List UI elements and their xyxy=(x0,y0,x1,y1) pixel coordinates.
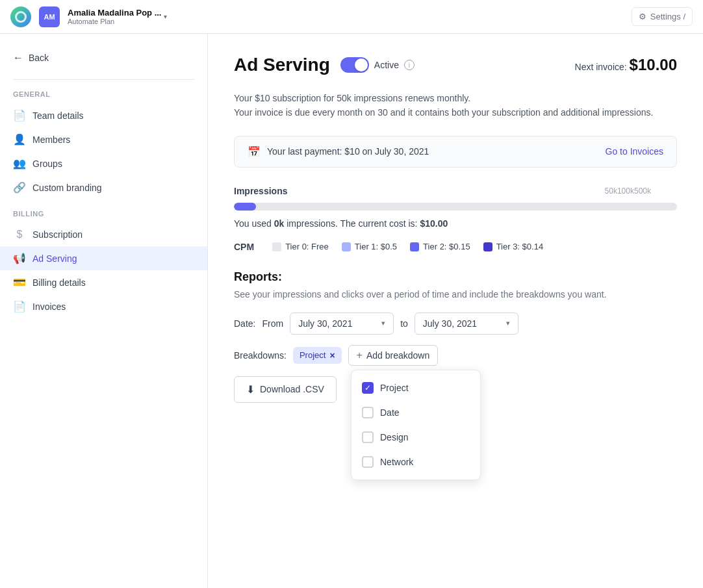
group-icon: 👥 xyxy=(13,157,26,170)
info-icon[interactable]: i xyxy=(404,60,415,70)
user-dropdown[interactable]: Amalia Madalina Pop ... Automate Plan ▾ xyxy=(68,8,167,25)
checkbox-design[interactable] xyxy=(362,431,374,443)
checkbox-date[interactable] xyxy=(362,407,374,418)
stats-cost: $10.00 xyxy=(420,218,448,229)
app-logo xyxy=(10,6,31,27)
impressions-slider-track[interactable] xyxy=(234,203,677,211)
project-tag-label: Project xyxy=(300,350,326,360)
sidebar-divider xyxy=(13,79,194,80)
sidebar-label-subscription: Subscription xyxy=(32,229,83,240)
general-section-label: GENERAL xyxy=(0,90,207,103)
tier-1: Tier 1: $0.5 xyxy=(342,242,397,251)
download-icon: ⬇ xyxy=(246,383,255,396)
dropdown-label-date: Date xyxy=(380,407,400,418)
add-breakdown-button[interactable]: + Add breakdown xyxy=(348,345,439,366)
back-label: Back xyxy=(29,53,49,63)
sidebar-item-invoices[interactable]: 📄 Invoices xyxy=(0,294,207,318)
sidebar-item-members[interactable]: 👤 Members xyxy=(0,127,207,151)
person-icon: 👤 xyxy=(13,133,26,146)
impressions-ticks: 50k 100k 500k xyxy=(579,186,677,196)
back-arrow-icon: ← xyxy=(13,52,23,64)
dropdown-label-project: Project xyxy=(380,383,409,393)
tick-50k: 50k xyxy=(605,186,617,196)
tick-100k: 100k xyxy=(617,186,634,196)
reports-title: Reports: xyxy=(234,270,677,284)
dropdown-item-network[interactable]: Network xyxy=(352,450,480,474)
sidebar-item-team-details[interactable]: 📄 Team details xyxy=(0,103,207,127)
active-toggle[interactable] xyxy=(340,57,369,73)
sidebar-label-invoices: Invoices xyxy=(32,301,66,312)
sidebar-item-subscription[interactable]: $ Subscription xyxy=(0,223,207,246)
checkbox-network[interactable] xyxy=(362,456,374,468)
tier-0: Tier 0: Free xyxy=(272,242,329,251)
dollar-icon: $ xyxy=(13,229,26,240)
user-avatar: AM xyxy=(39,6,60,27)
plus-icon: + xyxy=(357,350,363,361)
tier-1-dot xyxy=(342,242,351,251)
settings-button[interactable]: ⚙ Settings / xyxy=(632,7,693,26)
dropdown-item-design[interactable]: Design xyxy=(352,425,480,450)
add-breakdown-label: Add breakdown xyxy=(366,350,429,361)
creditcard-icon: 💳 xyxy=(13,276,26,288)
tier-2-label: Tier 2: $0.15 xyxy=(423,242,470,251)
layout: ← Back GENERAL 📄 Team details 👤 Members … xyxy=(0,34,703,588)
topbar-right: ⚙ Settings / xyxy=(632,7,693,26)
description-line2: Your invoice is due every month on 30 an… xyxy=(234,105,677,120)
reports-description: See your impressions and clicks over a p… xyxy=(234,289,677,300)
link-icon: 🔗 xyxy=(13,181,26,194)
sidebar-item-ad-serving[interactable]: 📢 Ad Serving xyxy=(0,246,207,270)
description-line1: Your $10 subscription for 50k impression… xyxy=(234,91,677,105)
dropdown-label-network: Network xyxy=(380,457,413,467)
date-row: Date: From July 30, 2021 ▾ to July 30, 2… xyxy=(234,313,677,335)
tier-2: Tier 2: $0.15 xyxy=(410,242,470,251)
payment-text: Your last payment: $10 on July 30, 2021 xyxy=(267,146,429,157)
sidebar-label-team-details: Team details xyxy=(32,110,84,121)
impressions-stats: You used 0k impressions. The current cos… xyxy=(234,218,677,229)
dropdown-item-date[interactable]: Date xyxy=(352,400,480,425)
breakdown-dropdown: ✓ Project Date Design Network xyxy=(351,370,481,480)
settings-label: Settings / xyxy=(650,12,685,21)
active-label: Active xyxy=(374,60,399,70)
billing-section: BILLING $ Subscription 📢 Ad Serving 💳 Bi… xyxy=(0,210,207,318)
date-from-select[interactable]: July 30, 2021 ▾ xyxy=(290,313,394,335)
billing-section-label: BILLING xyxy=(0,210,207,223)
project-breakdown-tag: Project × xyxy=(293,347,342,364)
sidebar-label-ad-serving: Ad Serving xyxy=(32,253,77,264)
checkbox-project[interactable]: ✓ xyxy=(362,382,374,394)
stats-prefix: You used xyxy=(234,218,274,229)
tier-0-label: Tier 0: Free xyxy=(285,242,329,251)
from-label: From xyxy=(262,318,283,329)
dropdown-item-project[interactable]: ✓ Project xyxy=(352,376,480,400)
tier-3-dot xyxy=(483,242,492,251)
date-to-select[interactable]: July 30, 2021 ▾ xyxy=(415,313,518,335)
calendar-icon: 📅 xyxy=(248,146,261,158)
back-button[interactable]: ← Back xyxy=(0,47,207,69)
next-invoice-group: Next invoice: $10.00 xyxy=(575,56,677,74)
topbar: AM Amalia Madalina Pop ... Automate Plan… xyxy=(0,0,703,34)
download-csv-button[interactable]: ⬇ Download .CSV xyxy=(234,376,337,403)
user-plan: Automate Plan xyxy=(68,18,161,25)
main-content: Ad Serving Active i Next invoice: $10.00… xyxy=(208,34,703,588)
date-to-chevron: ▾ xyxy=(506,319,510,327)
date-from-chevron: ▾ xyxy=(381,319,385,327)
invoice-icon: 📄 xyxy=(13,300,26,313)
sidebar-item-groups[interactable]: 👥 Groups xyxy=(0,151,207,175)
tier-2-dot xyxy=(410,242,419,251)
checkmark-icon: ✓ xyxy=(364,383,371,392)
remove-project-tag[interactable]: × xyxy=(329,350,335,361)
impressions-header: Impressions 50k 100k 500k xyxy=(234,186,677,196)
page-title: Ad Serving xyxy=(234,55,330,75)
go-to-invoices-link[interactable]: Go to Invoices xyxy=(606,146,664,157)
tick-500k: 500k xyxy=(634,186,651,196)
cpm-label: CPM xyxy=(234,242,254,252)
stats-used: 0k xyxy=(274,218,285,229)
next-invoice-amount: $10.00 xyxy=(630,56,677,73)
sidebar-item-custom-branding[interactable]: 🔗 Custom branding xyxy=(0,175,207,199)
sidebar-item-billing-details[interactable]: 💳 Billing details xyxy=(0,270,207,294)
gear-icon: ⚙ xyxy=(639,12,646,21)
breakdowns-label: Breakdowns: xyxy=(234,350,287,361)
download-label: Download .CSV xyxy=(260,384,324,394)
tier-0-dot xyxy=(272,242,281,251)
breakdowns-row: Breakdowns: Project × + Add breakdown ✓ … xyxy=(234,345,677,366)
cpm-row: CPM Tier 0: Free Tier 1: $0.5 Tier 2: $0… xyxy=(234,242,677,252)
